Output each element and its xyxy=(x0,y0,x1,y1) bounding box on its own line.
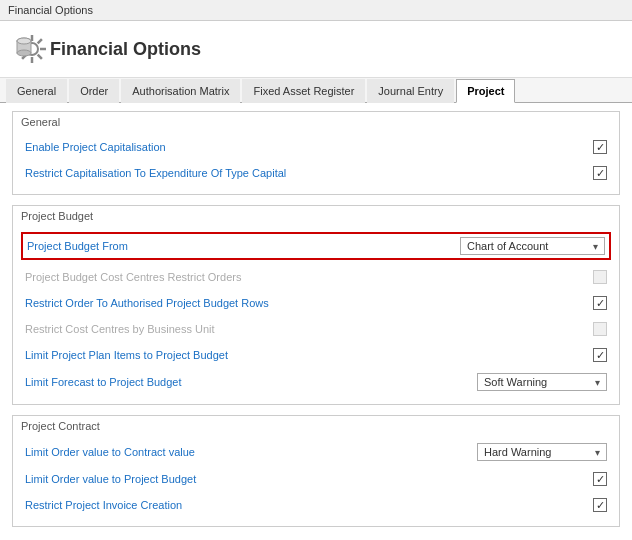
enable-project-capitalisation-control xyxy=(447,140,607,154)
restrict-project-invoice-row: Restrict Project Invoice Creation xyxy=(21,492,611,518)
limit-order-project-budget-label: Limit Order value to Project Budget xyxy=(25,473,447,485)
tabs-container: General Order Authorisation Matrix Fixed… xyxy=(0,78,632,103)
tab-journal-entry[interactable]: Journal Entry xyxy=(367,79,454,103)
limit-order-contract-arrow: ▾ xyxy=(595,447,600,458)
restrict-project-invoice-label: Restrict Project Invoice Creation xyxy=(25,499,447,511)
project-budget-from-dropdown[interactable]: Chart of Account ▾ xyxy=(460,237,605,255)
financial-options-icon xyxy=(14,31,50,67)
limit-project-plan-label: Limit Project Plan Items to Project Budg… xyxy=(25,349,447,361)
general-section-body: Enable Project Capitalisation Restrict C… xyxy=(13,130,619,194)
restrict-cost-centres-checkbox xyxy=(593,322,607,336)
restrict-capitalisation-row: Restrict Capitalisation To Expenditure O… xyxy=(21,160,611,186)
project-budget-section-body: Project Budget From Chart of Account ▾ P… xyxy=(13,224,619,404)
project-budget-cost-centres-checkbox xyxy=(593,270,607,284)
svg-point-12 xyxy=(17,38,31,44)
window: Financial Options General Order Authoris… xyxy=(0,21,632,540)
tab-fixed-asset-register[interactable]: Fixed Asset Register xyxy=(242,79,365,103)
content-area: General Enable Project Capitalisation Re… xyxy=(0,103,632,540)
project-contract-section: Project Contract Limit Order value to Co… xyxy=(12,415,620,527)
tab-general[interactable]: General xyxy=(6,79,67,103)
tab-authorisation-matrix[interactable]: Authorisation Matrix xyxy=(121,79,240,103)
project-budget-cost-centres-label: Project Budget Cost Centres Restrict Ord… xyxy=(25,271,447,283)
restrict-capitalisation-label: Restrict Capitalisation To Expenditure O… xyxy=(25,167,447,179)
project-budget-from-arrow: ▾ xyxy=(593,241,598,252)
header: Financial Options xyxy=(0,21,632,78)
restrict-project-invoice-checkbox[interactable] xyxy=(593,498,607,512)
svg-line-7 xyxy=(38,39,42,43)
limit-order-contract-row: Limit Order value to Contract value Hard… xyxy=(21,438,611,466)
limit-order-project-budget-row: Limit Order value to Project Budget xyxy=(21,466,611,492)
limit-order-contract-dropdown[interactable]: Hard Warning ▾ xyxy=(477,443,607,461)
restrict-capitalisation-checkbox[interactable] xyxy=(593,166,607,180)
limit-project-plan-checkbox[interactable] xyxy=(593,348,607,362)
restrict-order-authorised-control xyxy=(447,296,607,310)
limit-forecast-label: Limit Forecast to Project Budget xyxy=(25,376,447,388)
restrict-cost-centres-row: Restrict Cost Centres by Business Unit xyxy=(21,316,611,342)
limit-forecast-arrow: ▾ xyxy=(595,377,600,388)
project-contract-section-title: Project Contract xyxy=(13,416,619,434)
svg-line-6 xyxy=(38,55,42,59)
limit-order-project-budget-control xyxy=(447,472,607,486)
project-budget-section-title: Project Budget xyxy=(13,206,619,224)
title-bar: Financial Options xyxy=(0,0,632,21)
svg-point-11 xyxy=(17,50,31,56)
limit-project-plan-control xyxy=(447,348,607,362)
limit-project-plan-row: Limit Project Plan Items to Project Budg… xyxy=(21,342,611,368)
header-title: Financial Options xyxy=(50,39,201,60)
project-budget-cost-centres-control xyxy=(447,270,607,284)
project-contract-section-body: Limit Order value to Contract value Hard… xyxy=(13,434,619,526)
limit-order-contract-value: Hard Warning xyxy=(484,446,551,458)
general-section-title: General xyxy=(13,112,619,130)
title-bar-text: Financial Options xyxy=(8,4,93,16)
restrict-cost-centres-control xyxy=(447,322,607,336)
enable-project-capitalisation-label: Enable Project Capitalisation xyxy=(25,141,447,153)
limit-order-contract-label: Limit Order value to Contract value xyxy=(25,446,447,458)
tab-order[interactable]: Order xyxy=(69,79,119,103)
general-section: General Enable Project Capitalisation Re… xyxy=(12,111,620,195)
limit-forecast-row: Limit Forecast to Project Budget Soft Wa… xyxy=(21,368,611,396)
restrict-project-invoice-control xyxy=(447,498,607,512)
enable-project-capitalisation-checkbox[interactable] xyxy=(593,140,607,154)
project-budget-from-value: Chart of Account xyxy=(467,240,548,252)
limit-forecast-value: Soft Warning xyxy=(484,376,547,388)
project-budget-from-label: Project Budget From xyxy=(27,240,460,252)
project-budget-cost-centres-row: Project Budget Cost Centres Restrict Ord… xyxy=(21,264,611,290)
restrict-order-authorised-checkbox[interactable] xyxy=(593,296,607,310)
limit-forecast-dropdown[interactable]: Soft Warning ▾ xyxy=(477,373,607,391)
limit-order-project-budget-checkbox[interactable] xyxy=(593,472,607,486)
project-budget-section: Project Budget Project Budget From Chart… xyxy=(12,205,620,405)
restrict-order-authorised-row: Restrict Order To Authorised Project Bud… xyxy=(21,290,611,316)
enable-project-capitalisation-row: Enable Project Capitalisation xyxy=(21,134,611,160)
restrict-order-authorised-label: Restrict Order To Authorised Project Bud… xyxy=(25,297,447,309)
limit-forecast-control: Soft Warning ▾ xyxy=(447,373,607,391)
restrict-cost-centres-label: Restrict Cost Centres by Business Unit xyxy=(25,323,447,335)
limit-order-contract-control: Hard Warning ▾ xyxy=(447,443,607,461)
tab-project[interactable]: Project xyxy=(456,79,515,103)
project-budget-from-row: Project Budget From Chart of Account ▾ xyxy=(21,232,611,260)
restrict-capitalisation-control xyxy=(447,166,607,180)
